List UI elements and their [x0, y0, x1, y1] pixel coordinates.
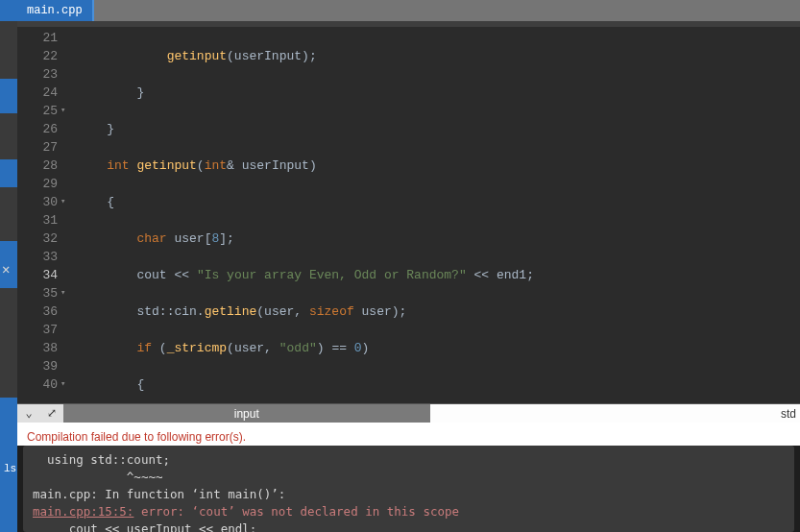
expand-icon[interactable]: ⤢ [40, 404, 63, 423]
editor-tab-main[interactable]: main.cpp [17, 0, 94, 21]
main-area: main.cpp 21 22 23 24 25 26 27 28 29 30 3… [17, 0, 800, 532]
line-number-gutter: 21 22 23 24 25 26 27 28 29 30 31 32 33 3… [17, 27, 69, 403]
tab-label: main.cpp [27, 4, 83, 17]
left-strip-label: ls [4, 463, 16, 474]
compile-error-header: Compilation failed due to following erro… [17, 423, 800, 446]
panel-tab-std[interactable]: std [430, 404, 801, 423]
error-source-link[interactable]: main.cpp:15:5: [33, 504, 133, 519]
compiler-output[interactable]: using std::count; ^~~~~ main.cpp: In fun… [23, 446, 794, 532]
code-content[interactable]: getinput(userInput); } } int getinput(in… [69, 27, 800, 403]
chevron-down-icon[interactable]: ⌄ [17, 404, 40, 423]
panel-tab-input[interactable]: input [63, 404, 430, 423]
code-editor[interactable]: 21 22 23 24 25 26 27 28 29 30 31 32 33 3… [17, 27, 800, 403]
left-sidebar-strip: ✕ ls [0, 0, 17, 532]
bottom-panel: ⌄ ⤢ input std Compilation failed due to … [17, 403, 800, 532]
close-icon[interactable]: ✕ [2, 261, 10, 278]
editor-tab-bar: main.cpp [17, 0, 800, 21]
panel-tab-bar: ⌄ ⤢ input std [17, 403, 800, 423]
